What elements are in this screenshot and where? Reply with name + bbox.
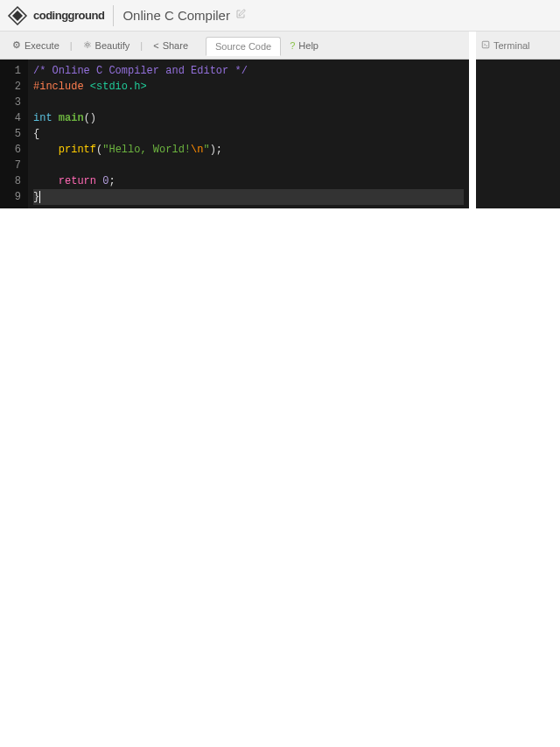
line-number: 7 xyxy=(5,158,21,173)
help-button[interactable]: ? Help xyxy=(283,38,326,53)
help-label: Help xyxy=(298,40,318,51)
edit-title-icon[interactable] xyxy=(235,9,246,22)
svg-marker-1 xyxy=(12,11,23,21)
tab-source-code[interactable]: Source Code xyxy=(206,37,281,56)
brand-logo-icon xyxy=(7,5,28,26)
line-number: 2 xyxy=(5,79,21,95)
code-line[interactable]: return 0; xyxy=(33,173,464,189)
terminal-body[interactable] xyxy=(476,60,560,208)
tab-source-label: Source Code xyxy=(215,41,271,52)
beautify-button[interactable]: ⚛ Beautify xyxy=(76,37,137,53)
share-label: Share xyxy=(163,40,188,51)
terminal-header: Terminal xyxy=(476,32,560,60)
beautify-label: Beautify xyxy=(95,40,130,51)
toolbar-sep-1: | xyxy=(70,40,73,51)
text-cursor xyxy=(39,191,40,203)
execute-button[interactable]: ⚙ Execute xyxy=(5,37,66,53)
editor-toolbar: ⚙ Execute | ⚛ Beautify | < Share Source … xyxy=(0,32,469,60)
line-number: 4 xyxy=(5,110,21,126)
code-line[interactable] xyxy=(33,158,464,173)
toolbar-sep-2: | xyxy=(140,40,143,51)
line-number: 5 xyxy=(5,126,21,142)
beautify-icon: ⚛ xyxy=(83,39,92,51)
code-line[interactable]: } xyxy=(33,189,464,205)
brand-name: codingground xyxy=(33,9,104,22)
code-line[interactable] xyxy=(33,95,464,110)
code-line[interactable]: { xyxy=(33,126,464,142)
line-gutter: 123456789 xyxy=(0,60,28,208)
share-icon: < xyxy=(153,40,158,51)
header-divider xyxy=(113,5,114,26)
code-line[interactable]: #include <stdio.h> xyxy=(33,79,464,95)
terminal-column: Terminal xyxy=(476,32,560,208)
code-line[interactable]: /* Online C Compiler and Editor */ xyxy=(33,63,464,79)
active-line-highlight xyxy=(33,189,464,205)
code-editor[interactable]: 123456789 /* Online C Compiler and Edito… xyxy=(0,60,469,208)
main-workspace: ⚙ Execute | ⚛ Beautify | < Share Source … xyxy=(0,32,560,208)
terminal-icon xyxy=(481,40,490,51)
brand-area[interactable]: codingground xyxy=(7,5,104,26)
code-line[interactable]: printf("Hello, World!\n"); xyxy=(33,142,464,158)
line-number: 9 xyxy=(5,189,21,205)
app-header: codingground Online C Compiler xyxy=(0,0,560,32)
line-number: 1 xyxy=(5,63,21,79)
editor-column: ⚙ Execute | ⚛ Beautify | < Share Source … xyxy=(0,32,469,208)
code-area[interactable]: /* Online C Compiler and Editor */#inclu… xyxy=(28,60,469,208)
terminal-title: Terminal xyxy=(494,40,530,51)
page-title: Online C Compiler xyxy=(122,8,230,23)
share-button[interactable]: < Share xyxy=(146,38,195,53)
line-number: 3 xyxy=(5,95,21,110)
code-line[interactable]: int main() xyxy=(33,110,464,126)
execute-label: Execute xyxy=(24,40,60,51)
help-icon: ? xyxy=(290,40,295,51)
execute-icon: ⚙ xyxy=(12,39,21,51)
line-number: 8 xyxy=(5,173,21,189)
line-number: 6 xyxy=(5,142,21,158)
